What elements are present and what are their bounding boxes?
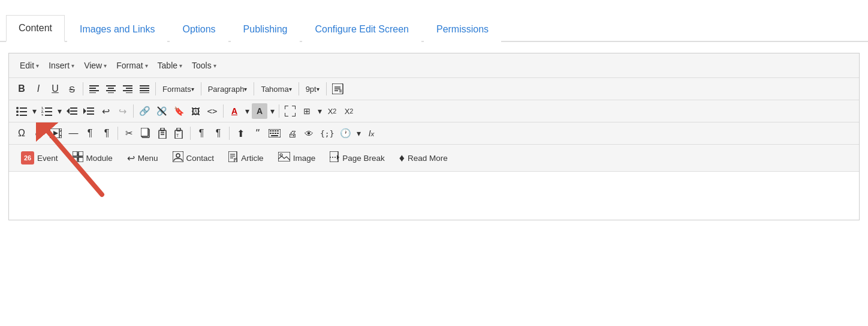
indent-button[interactable]: [81, 103, 97, 119]
module-insert-button[interactable]: Module: [67, 148, 119, 168]
paragraph-mark-button[interactable]: ¶: [82, 125, 98, 141]
code-view-button[interactable]: {;}: [318, 125, 336, 141]
unlink-button[interactable]: 🔗: [154, 103, 170, 119]
image-insert-button[interactable]: Image: [272, 149, 322, 167]
font-color-button[interactable]: A: [227, 103, 242, 119]
paste-button[interactable]: [155, 125, 170, 141]
align-center-button[interactable]: [103, 81, 119, 97]
pilcrow-button[interactable]: ¶: [194, 125, 209, 141]
omega-button[interactable]: Ω: [14, 125, 29, 141]
svg-point-82: [280, 154, 282, 156]
tab-content[interactable]: Content: [6, 15, 65, 42]
font-button[interactable]: Tahoma ▾: [257, 81, 295, 97]
sep5: [299, 82, 299, 95]
copy-button[interactable]: [138, 125, 153, 141]
tab-permissions[interactable]: Permissions: [424, 16, 501, 42]
superscript-button[interactable]: X2: [341, 103, 357, 119]
blockquote-button[interactable]: ": [249, 125, 265, 141]
font-color-dropdown[interactable]: ▾: [243, 103, 251, 119]
tab-images-links[interactable]: Images and Links: [67, 16, 167, 42]
content-area[interactable]: [9, 172, 859, 220]
redo-button[interactable]: ↪: [114, 103, 130, 119]
formats-button[interactable]: Formats ▾: [159, 81, 198, 97]
ol-dropdown-button[interactable]: ▾: [56, 103, 63, 119]
svg-rect-61: [277, 130, 279, 131]
toolbar-row3: Ω ☺ — ¶ ¶ ✂ T ¶ ¶ ⬆ ": [9, 122, 859, 145]
size-button[interactable]: 9pt ▾: [302, 81, 323, 97]
readmore-insert-button[interactable]: ♦ Read More: [393, 149, 454, 168]
insert-caret: ▾: [71, 62, 74, 69]
menu-view[interactable]: View ▾: [80, 58, 110, 73]
link-button[interactable]: 🔗: [137, 103, 153, 119]
table-dropdown[interactable]: ▾: [316, 103, 323, 119]
highlight-dropdown[interactable]: ▾: [269, 103, 276, 119]
timer-button[interactable]: 🕐: [337, 125, 354, 141]
paste-text-button[interactable]: T: [171, 125, 187, 141]
menu-tools[interactable]: Tools ▾: [188, 58, 220, 73]
menu-table[interactable]: Table ▾: [154, 58, 186, 73]
clear-format-button[interactable]: Ix: [363, 125, 379, 141]
timer-dropdown[interactable]: ▾: [355, 125, 362, 141]
article-insert-button[interactable]: Article: [222, 148, 270, 168]
ul-dropdown-button[interactable]: ▾: [31, 103, 38, 119]
menu-format[interactable]: Format ▾: [113, 58, 151, 73]
ordered-list-button[interactable]: 1.2.3.: [39, 103, 55, 119]
menu-insert[interactable]: Insert ▾: [45, 58, 78, 73]
upload-button[interactable]: ⬆: [233, 125, 248, 141]
table-insert-button[interactable]: ⊞: [299, 103, 315, 119]
paragraph-button[interactable]: Paragraph ▾: [204, 81, 251, 97]
code-button[interactable]: <>: [204, 103, 220, 119]
emoji-button[interactable]: ☺: [31, 125, 46, 141]
align-justify-button[interactable]: [137, 81, 152, 97]
unordered-list-button[interactable]: [14, 103, 29, 119]
rtl-button[interactable]: ¶: [99, 125, 114, 141]
fullscreen-button[interactable]: [282, 103, 298, 119]
event-insert-button[interactable]: 26 Event: [15, 148, 64, 168]
align-right-button[interactable]: [120, 81, 135, 97]
pagebreak-insert-button[interactable]: Page Break: [324, 148, 391, 168]
italic-button[interactable]: I: [31, 81, 46, 97]
svg-point-23: [16, 110, 19, 113]
print-button[interactable]: 🖨: [284, 125, 300, 141]
toolbar-row1: B I U S Formats ▾ Paragr: [9, 78, 859, 100]
font-caret: ▾: [289, 86, 292, 92]
sep12: [229, 127, 230, 140]
image-button[interactable]: 🖼: [188, 103, 203, 119]
svg-rect-49: [141, 128, 148, 136]
cut-button[interactable]: ✂: [121, 125, 137, 141]
search-replace-button[interactable]: II: [330, 81, 346, 97]
sep7: [133, 104, 134, 118]
readmore-icon: ♦: [399, 152, 405, 165]
underline-button[interactable]: U: [47, 81, 63, 97]
undo-button[interactable]: ↩: [98, 103, 113, 119]
tab-publishing[interactable]: Publishing: [231, 16, 300, 42]
keyboard-button[interactable]: [266, 125, 283, 141]
anchor-button[interactable]: 🔖: [171, 103, 186, 119]
svg-rect-67: [73, 151, 77, 156]
svg-rect-59: [272, 130, 274, 131]
contact-insert-button[interactable]: Contact: [167, 148, 221, 168]
svg-rect-70: [79, 157, 83, 162]
menubar: Edit ▾ Insert ▾ View ▾ Format ▾ Table ▾ …: [9, 53, 859, 78]
outdent-button[interactable]: [64, 103, 80, 119]
strikethrough-button[interactable]: S: [64, 81, 80, 97]
media-button[interactable]: [47, 125, 64, 141]
svg-rect-64: [275, 133, 276, 134]
subscript-button[interactable]: X2: [324, 103, 340, 119]
toolbar-row2: ▾ 1.2.3. ▾ ↩ ↪ 🔗 🔗 🔖 🖼 <> A: [9, 100, 859, 122]
highlight-button[interactable]: A: [252, 103, 267, 119]
show-blocks-button[interactable]: ¶: [210, 125, 226, 141]
tab-options[interactable]: Options: [170, 16, 228, 42]
sep6: [326, 82, 327, 95]
menu-edit[interactable]: Edit ▾: [16, 58, 43, 73]
tab-configure-edit-screen[interactable]: Configure Edit Screen: [302, 16, 421, 42]
svg-point-74: [176, 154, 180, 157]
bold-button[interactable]: B: [14, 81, 29, 97]
menu-insert-button[interactable]: ↩ Menu: [121, 149, 164, 167]
hr-button[interactable]: —: [65, 125, 81, 141]
align-left-button[interactable]: [86, 81, 102, 97]
pagebreak-icon: [330, 151, 339, 165]
preview-button[interactable]: 👁: [301, 125, 317, 141]
svg-marker-37: [83, 108, 86, 114]
tools-caret: ▾: [213, 62, 216, 69]
